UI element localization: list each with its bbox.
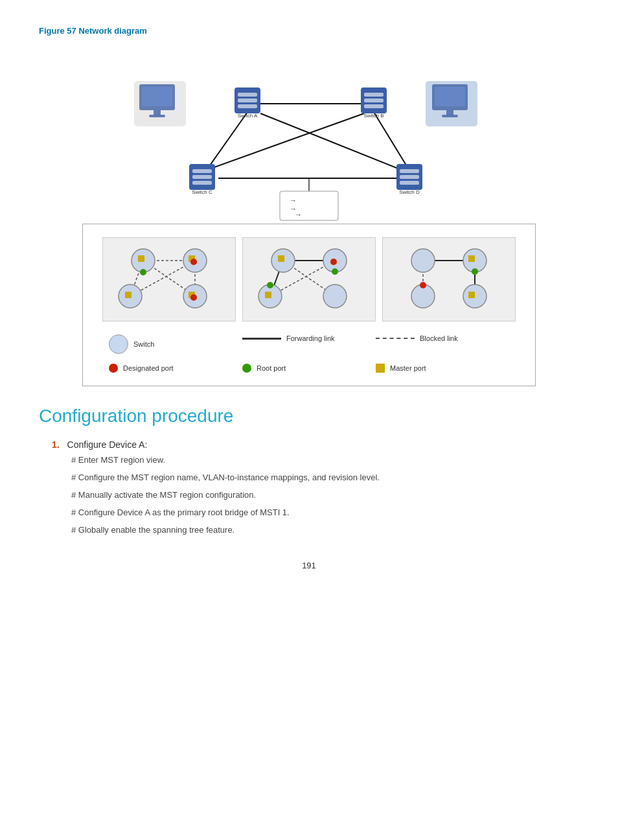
solid-line-label: Forwarding link — [286, 334, 335, 342]
svg-point-57 — [140, 269, 146, 275]
svg-rect-37 — [442, 115, 458, 117]
svg-rect-17 — [364, 99, 383, 102]
green-dot-symbol — [242, 364, 251, 373]
svg-rect-21 — [192, 169, 212, 173]
step-detail-1-1: # Enter MST region view. — [71, 455, 579, 465]
svg-rect-28 — [400, 181, 419, 185]
legend-key-row1: Switch Forwarding link Blocked link — [102, 334, 516, 354]
step-header-1: 1. Configure Device A: — [52, 439, 579, 450]
svg-rect-32 — [154, 110, 161, 115]
legend-region-1 — [102, 237, 236, 321]
figure-label: Figure 57 Network diagram — [39, 26, 579, 36]
svg-line-6 — [374, 112, 409, 170]
red-dot-label: Designated port — [123, 364, 174, 372]
legend-region-2 — [242, 237, 376, 321]
switch-c-icon: Switch C — [189, 164, 215, 195]
svg-text:→: → — [295, 211, 302, 218]
svg-text:Switch D: Switch D — [399, 189, 420, 195]
legend-box: Switch Forwarding link Blocked link Desi… — [82, 224, 536, 386]
yellow-square-symbol — [376, 364, 385, 373]
svg-text:Switch B: Switch B — [363, 113, 383, 119]
svg-rect-23 — [192, 181, 212, 185]
svg-rect-27 — [400, 175, 419, 179]
solid-line-symbol — [242, 338, 281, 340]
step-detail-1-5: # Globally enable the spanning tree feat… — [71, 525, 579, 535]
svg-rect-33 — [149, 115, 165, 117]
svg-rect-79 — [468, 292, 475, 298]
legend-item-switch: Switch — [109, 334, 242, 354]
switch-d-icon: Switch D — [396, 164, 422, 195]
svg-rect-66 — [278, 255, 284, 262]
svg-point-80 — [420, 282, 426, 288]
svg-point-74 — [411, 249, 435, 272]
svg-rect-26 — [400, 169, 419, 173]
legend-region-3 — [382, 237, 516, 321]
config-section: Configuration procedure 1. Configure Dev… — [39, 406, 579, 535]
svg-rect-16 — [364, 93, 383, 97]
svg-line-5 — [205, 113, 364, 170]
svg-point-55 — [190, 259, 197, 265]
red-dot-symbol — [109, 364, 118, 373]
svg-point-70 — [267, 282, 273, 288]
svg-point-56 — [190, 294, 197, 301]
switch-b-icon: Switch B — [361, 88, 387, 119]
svg-rect-22 — [192, 175, 212, 179]
svg-rect-51 — [138, 255, 144, 262]
legend-item-green: Root port — [242, 364, 376, 373]
svg-point-81 — [472, 268, 478, 275]
svg-text:Switch C: Switch C — [192, 189, 212, 195]
config-steps: 1. Configure Device A: # Enter MST regio… — [39, 439, 579, 535]
svg-text:→: → — [290, 196, 297, 204]
dashed-line-label: Blocked link — [420, 334, 458, 342]
step-detail-1-2: # Configure the MST region name, VLAN-to… — [71, 472, 579, 482]
svg-rect-18 — [364, 104, 383, 108]
green-dot-label: Root port — [257, 364, 286, 372]
topology-svg: Switch A Switch B Switch C Switch D — [115, 42, 503, 224]
svg-rect-11 — [238, 93, 257, 97]
svg-rect-13 — [238, 104, 257, 108]
legend-key-row2: Designated port Root port Master port — [102, 364, 516, 373]
svg-rect-38 — [280, 191, 338, 220]
legend-item-yellow: Master port — [376, 364, 509, 373]
svg-point-69 — [332, 268, 338, 275]
svg-rect-78 — [468, 255, 475, 262]
svg-rect-36 — [446, 110, 453, 115]
legend-item-solid: Forwarding link — [242, 334, 376, 342]
legend-item-red: Designated port — [109, 364, 242, 373]
config-title: Configuration procedure — [39, 406, 579, 426]
svg-point-65 — [323, 285, 347, 308]
yellow-square-label: Master port — [390, 364, 426, 372]
switch-a-icon: Switch A — [235, 88, 260, 119]
svg-rect-31 — [142, 87, 172, 106]
page-number: 191 — [39, 561, 579, 570]
svg-text:Switch A: Switch A — [238, 113, 258, 119]
switch-symbol — [109, 334, 128, 354]
legend-diagrams — [102, 237, 516, 321]
dashed-line-symbol — [376, 338, 415, 339]
step-title-1: Configure Device A: — [67, 439, 148, 450]
legend-item-dashed: Blocked link — [376, 334, 509, 342]
svg-point-68 — [330, 259, 337, 265]
svg-rect-67 — [265, 292, 271, 298]
step-detail-1-3: # Manually activate the MST region confi… — [71, 490, 579, 500]
switch-label: Switch — [133, 340, 154, 348]
svg-rect-35 — [435, 87, 465, 106]
network-diagram: Switch A Switch B Switch C Switch D — [39, 42, 579, 386]
step-number-1: 1. — [52, 439, 60, 450]
svg-rect-12 — [238, 99, 257, 102]
svg-rect-53 — [125, 292, 132, 298]
config-step-1: 1. Configure Device A: # Enter MST regio… — [52, 439, 579, 535]
step-detail-1-4: # Configure Device A as the primary root… — [71, 508, 579, 517]
